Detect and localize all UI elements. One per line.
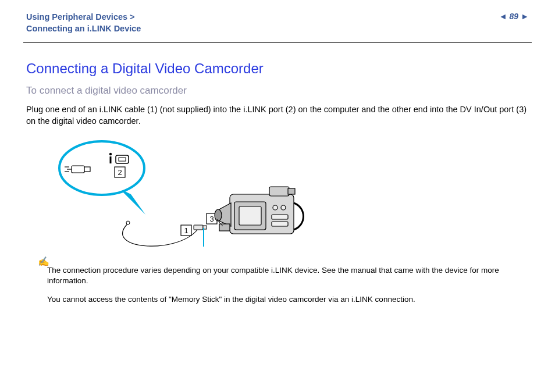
page-content: Connecting a Digital Video Camcorder To …: [0, 43, 555, 305]
note-text-2: You cannot access the contents of "Memor…: [47, 294, 529, 305]
svg-rect-21: [269, 187, 289, 196]
connection-diagram: 2 1 3: [44, 133, 317, 258]
section-subtitle: To connect a digital video camcorder: [26, 85, 529, 97]
note-icon: ✍: [38, 256, 49, 267]
svg-point-20: [215, 209, 222, 221]
svg-rect-7: [110, 156, 112, 163]
instruction-text: Plug one end of an i.LINK cable (1) (not…: [26, 104, 529, 127]
callout-1-label: 1: [184, 226, 188, 235]
svg-rect-19: [239, 206, 261, 225]
page-number: 89: [510, 12, 519, 21]
callout-3-label: 3: [209, 215, 214, 223]
breadcrumb-page: Connecting an i.LINK Device: [26, 23, 141, 35]
breadcrumb-section[interactable]: Using Peripheral Devices: [26, 12, 141, 23]
note-block: ✍ The connection procedure varies depend…: [26, 261, 529, 305]
callout-2-label: 2: [118, 168, 122, 177]
section-title: Connecting a Digital Video Camcorder: [26, 60, 529, 77]
svg-point-6: [109, 153, 112, 155]
note-text-1: The connection procedure varies dependin…: [47, 265, 529, 286]
svg-rect-27: [219, 224, 230, 231]
svg-rect-9: [119, 158, 126, 161]
page-header: Using Peripheral Devices Connecting an i…: [0, 0, 555, 39]
svg-rect-22: [288, 188, 295, 194]
svg-point-23: [273, 205, 278, 210]
svg-rect-25: [272, 215, 288, 219]
svg-rect-2: [84, 167, 90, 172]
svg-point-11: [126, 221, 130, 224]
page-navigation: ◄ 89 ►: [499, 12, 529, 21]
next-page-arrow-icon[interactable]: ►: [521, 12, 529, 21]
breadcrumb: Using Peripheral Devices Connecting an i…: [26, 12, 141, 34]
svg-rect-26: [272, 222, 288, 226]
svg-rect-1: [72, 166, 84, 173]
svg-point-24: [281, 205, 286, 210]
svg-rect-12: [194, 225, 203, 230]
prev-page-arrow-icon[interactable]: ◄: [499, 12, 507, 21]
